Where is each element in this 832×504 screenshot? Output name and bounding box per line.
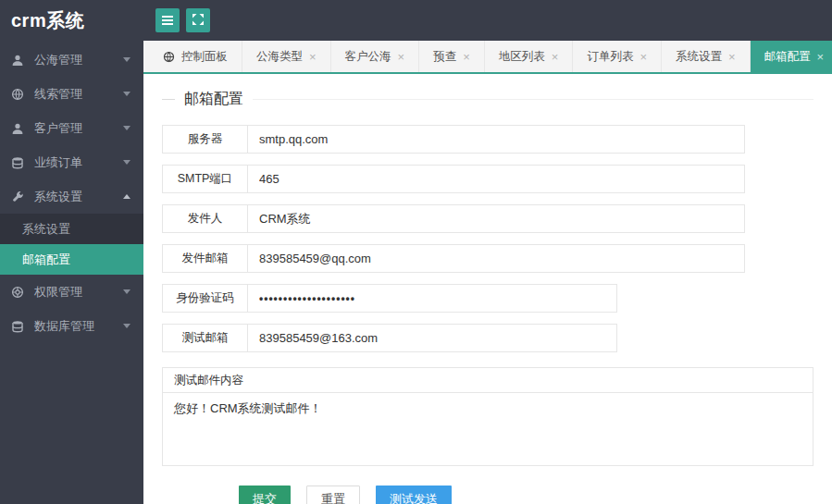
sidebar-item-permission-mgmt[interactable]: 权限管理	[0, 275, 143, 309]
tab-label: 客户公海	[345, 49, 391, 65]
sidebar-item-label: 业绩订单	[34, 154, 123, 171]
tab-label: 地区列表	[499, 49, 545, 65]
divider-line	[162, 99, 175, 100]
close-icon[interactable]: ×	[398, 51, 405, 63]
chevron-down-icon	[123, 289, 130, 294]
auth-code-input[interactable]	[248, 285, 616, 312]
menu-toggle-button[interactable]	[155, 8, 180, 32]
sidebar-item-order-mgmt[interactable]: 业绩订单	[0, 145, 143, 179]
wrench-icon	[11, 191, 26, 203]
test-mail-content-block: 测试邮件内容 您好！CRM系统测试邮件！	[162, 367, 813, 466]
form-row-test-email: 测试邮箱	[162, 324, 617, 352]
close-icon[interactable]: ×	[463, 51, 470, 63]
sidebar-subitem-label: 系统设置	[22, 221, 70, 238]
content-panel: 邮箱配置 服务器 SMTP端口 发件人 发件邮箱 身份验证码	[143, 74, 832, 504]
tab-strip: 控制面板 公海类型 × 客户公海 × 预查 × 地区列表 × 订单列表 ×	[143, 41, 832, 74]
test-mail-content-input[interactable]: 您好！CRM系统测试邮件！	[163, 393, 813, 465]
tab-precheck[interactable]: 预查 ×	[419, 41, 485, 72]
tab-label: 邮箱配置	[764, 49, 811, 65]
field-label: 发件邮箱	[163, 245, 248, 272]
database-icon	[11, 320, 26, 333]
chevron-down-icon	[123, 160, 130, 165]
topbar	[143, 0, 832, 41]
sidebar-subitem-mail-config[interactable]: 邮箱配置	[0, 244, 143, 275]
field-label: 测试邮箱	[163, 325, 248, 351]
fullscreen-button[interactable]	[186, 8, 210, 32]
sidebar-item-label: 系统设置	[34, 189, 123, 205]
sidebar-subitem-label: 邮箱配置	[22, 252, 70, 268]
sidebar-subitem-system-settings[interactable]: 系统设置	[0, 214, 143, 244]
sidebar-item-label: 权限管理	[34, 284, 123, 301]
tab-gonghai-type[interactable]: 公海类型 ×	[242, 41, 331, 72]
sidebar-item-label: 公海管理	[34, 52, 123, 68]
textarea-label: 测试邮件内容	[163, 368, 813, 393]
tab-label: 订单列表	[587, 49, 633, 65]
expand-icon	[192, 14, 204, 28]
form-row-sender-email: 发件邮箱	[162, 244, 745, 273]
form-row-smtp-port: SMTP端口	[162, 165, 745, 193]
form-title-divider: 邮箱配置	[162, 90, 813, 109]
sidebar-item-system-settings[interactable]: 系统设置	[0, 179, 143, 214]
close-icon[interactable]: ×	[817, 51, 825, 63]
sidebar-item-gonghai-mgmt[interactable]: 公海管理	[0, 43, 143, 77]
button-row: 提交 重置 测试发送	[162, 486, 813, 504]
chevron-down-icon	[123, 126, 130, 130]
chevron-down-icon	[123, 57, 130, 62]
field-label: 发件人	[163, 205, 248, 232]
close-icon[interactable]: ×	[552, 51, 559, 63]
dashboard-globe-icon	[163, 51, 175, 63]
form-row-auth-code: 身份验证码	[162, 284, 617, 313]
close-icon[interactable]: ×	[728, 51, 736, 63]
form-row-sender: 发件人	[162, 204, 745, 233]
app-window: crm系统 公海管理 线索管理 客户管理	[0, 0, 832, 504]
sidebar-item-database-mgmt[interactable]: 数据库管理	[0, 309, 143, 343]
sender-email-input[interactable]	[248, 245, 744, 272]
app-title: crm系统	[0, 0, 143, 41]
user-icon	[11, 54, 26, 67]
submit-button[interactable]: 提交	[239, 486, 291, 504]
field-label: 服务器	[163, 126, 248, 153]
tab-customer-gonghai[interactable]: 客户公海 ×	[331, 41, 420, 72]
sidebar-item-label: 客户管理	[34, 120, 123, 137]
tab-label: 控制面板	[181, 49, 228, 65]
page-title: 邮箱配置	[184, 90, 243, 109]
life-ring-icon	[11, 286, 26, 299]
tab-order-list[interactable]: 订单列表 ×	[573, 41, 662, 72]
user-icon	[11, 122, 26, 135]
globe-icon	[11, 88, 26, 101]
tab-mail-config[interactable]: 邮箱配置 ×	[751, 41, 832, 72]
divider-line	[253, 99, 813, 100]
database-icon	[11, 156, 26, 169]
main-area: 控制面板 公海类型 × 客户公海 × 预查 × 地区列表 × 订单列表 ×	[143, 0, 832, 504]
field-label: SMTP端口	[163, 166, 248, 192]
sidebar-menu: 公海管理 线索管理 客户管理 业绩	[0, 43, 143, 343]
tab-region-list[interactable]: 地区列表 ×	[485, 41, 574, 72]
smtp-port-input[interactable]	[248, 166, 744, 192]
server-input[interactable]	[248, 126, 744, 153]
close-icon[interactable]: ×	[640, 51, 647, 63]
reset-button[interactable]: 重置	[306, 486, 360, 504]
chevron-down-icon	[123, 324, 130, 328]
tab-control-panel[interactable]: 控制面板	[149, 41, 242, 72]
test-email-input[interactable]	[248, 325, 616, 351]
field-label: 身份验证码	[163, 285, 248, 312]
sidebar: crm系统 公海管理 线索管理 客户管理	[0, 0, 143, 504]
hamburger-icon	[162, 16, 173, 25]
form-row-server: 服务器	[162, 125, 745, 154]
tab-system-settings[interactable]: 系统设置 ×	[662, 41, 751, 72]
sidebar-item-customer-mgmt[interactable]: 客户管理	[0, 111, 143, 145]
sender-input[interactable]	[248, 205, 744, 232]
chevron-down-icon	[123, 92, 130, 96]
close-icon[interactable]: ×	[309, 51, 317, 63]
tab-label: 预查	[433, 49, 456, 65]
tab-label: 公海类型	[256, 49, 303, 65]
sidebar-item-label: 数据库管理	[34, 318, 123, 335]
chevron-up-icon	[123, 194, 130, 199]
sidebar-item-clue-mgmt[interactable]: 线索管理	[0, 77, 143, 111]
sidebar-item-label: 线索管理	[34, 86, 123, 103]
test-send-button[interactable]: 测试发送	[376, 486, 452, 504]
tab-label: 系统设置	[676, 49, 722, 65]
